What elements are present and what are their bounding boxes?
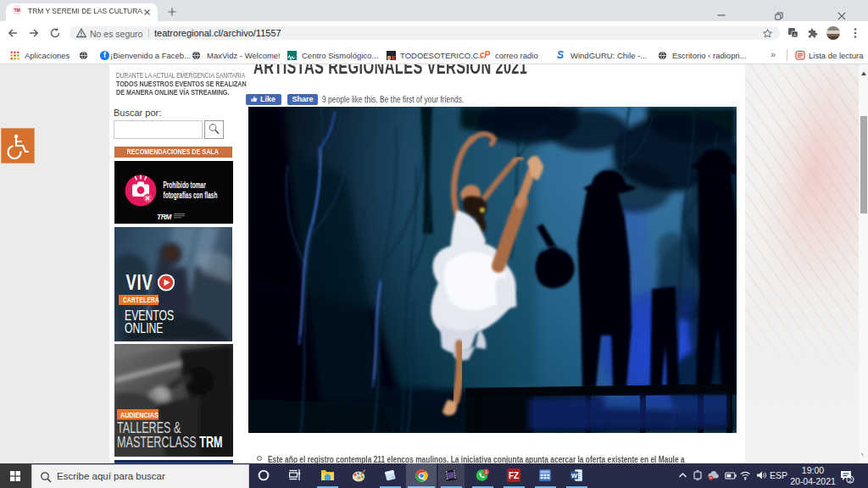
svg-text:fotografías con flash: fotografías con flash xyxy=(163,190,217,200)
svg-text:2: 2 xyxy=(849,476,852,484)
svg-text:AUDIENCIAS: AUDIENCIAS xyxy=(120,411,159,419)
svg-text:Prohibido tomar: Prohibido tomar xyxy=(163,180,206,190)
svg-text:W: W xyxy=(571,472,578,480)
svg-text:A: A xyxy=(793,32,797,37)
svg-text:VIV: VIV xyxy=(125,270,153,294)
svg-text:CARTELERA: CARTELERA xyxy=(123,296,159,304)
svg-text:MASTERCLASS TRM: MASTERCLASS TRM xyxy=(117,434,223,451)
svg-text:TRM: TRM xyxy=(157,212,172,220)
svg-text:ONLINE: ONLINE xyxy=(125,320,164,336)
svg-text:FZ: FZ xyxy=(509,471,519,480)
